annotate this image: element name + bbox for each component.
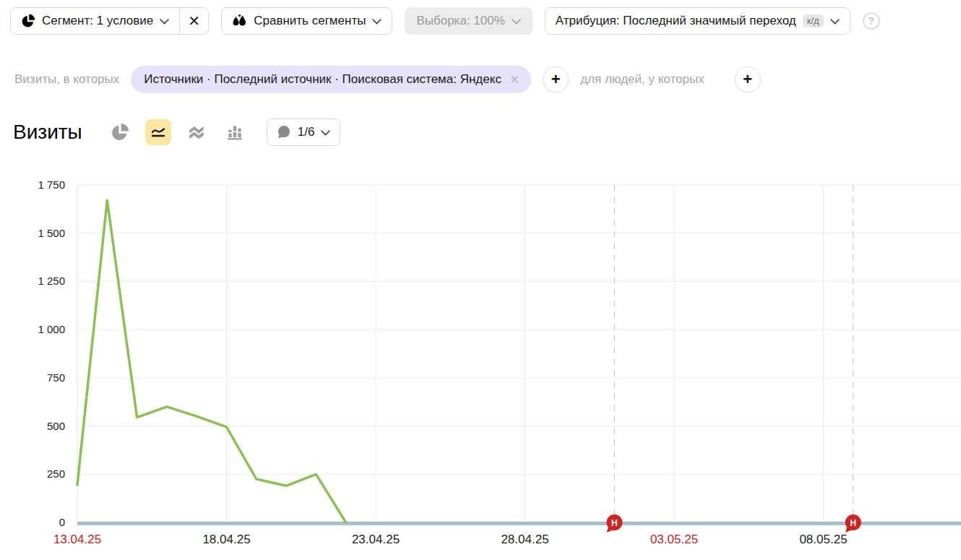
- x-axis-tick-label: 13.04.25: [53, 533, 101, 546]
- line-chart-icon: [150, 124, 167, 141]
- filter-chip-text: Источники · Последний источник · Поисков…: [144, 72, 501, 87]
- add-visit-condition-button[interactable]: +: [543, 66, 569, 92]
- annotations-count: 1/6: [298, 125, 315, 139]
- segment-button[interactable]: Сегмент: 1 условие: [11, 8, 179, 34]
- help-icon[interactable]: ?: [863, 12, 880, 30]
- page-title: Визиты: [13, 121, 82, 144]
- x-axis-tick-label: 08.05.25: [799, 533, 847, 546]
- x-axis-tick-label: 23.04.25: [352, 533, 400, 546]
- comment-bubble-icon: [277, 125, 291, 139]
- compare-segments-label: Сравнить сегменты: [254, 14, 366, 28]
- pie-chart-icon: [111, 123, 129, 142]
- holiday-marker-glyph: Н: [850, 518, 856, 528]
- visits-line-chart-svg[interactable]: 02505007501 0001 2501 5001 75013.04.2518…: [0, 173, 961, 556]
- people-condition-label: для людей, у которых: [580, 72, 704, 87]
- drops-compare-icon: [232, 14, 247, 28]
- y-axis-tick-label: 750: [47, 371, 65, 384]
- x-axis-line: [77, 522, 961, 523]
- column-chart-icon: [225, 123, 244, 142]
- segment-button-group: Сегмент: 1 условие ✕: [10, 7, 209, 35]
- x-axis-period-line: [77, 523, 961, 525]
- annotations-dropdown[interactable]: 1/6: [267, 119, 341, 146]
- sampling-label: Выборка: 100%: [416, 14, 504, 28]
- chart-type-pie-button[interactable]: [107, 119, 133, 145]
- holiday-marker-glyph: Н: [611, 518, 618, 528]
- chevron-down-icon: [512, 19, 521, 25]
- segment-button-label: Сегмент: 1 условие: [42, 14, 153, 28]
- sampling-dropdown[interactable]: Выборка: 100%: [405, 7, 532, 35]
- compare-segments-button[interactable]: Сравнить сегменты: [221, 7, 392, 35]
- chevron-down-icon: [372, 19, 382, 25]
- plus-icon: +: [743, 70, 752, 89]
- attribution-dropdown[interactable]: Атрибуция: Последний значимый переход к/…: [545, 7, 850, 35]
- filter-row: Визиты, в которых Источники · Последний …: [14, 66, 761, 93]
- segment-clear-button[interactable]: ✕: [179, 8, 208, 34]
- chevron-down-icon: [160, 19, 169, 25]
- plus-icon: +: [551, 70, 561, 89]
- segments-toolbar: Сегмент: 1 условие ✕ Сравнить сегменты В…: [10, 7, 880, 35]
- chip-close-icon[interactable]: ✕: [509, 72, 520, 87]
- add-people-condition-button[interactable]: +: [735, 66, 761, 92]
- y-axis-tick-label: 1 750: [38, 178, 65, 191]
- attribution-label: Атрибуция: Последний значимый переход: [556, 14, 796, 28]
- chevron-down-icon: [321, 130, 330, 136]
- x-axis-tick-label: 03.05.25: [650, 533, 698, 546]
- chart-type-columns-button[interactable]: [222, 119, 248, 145]
- stacked-area-icon: [187, 123, 206, 142]
- y-axis-tick-label: 1 250: [38, 275, 65, 287]
- filter-chip-source-yandex[interactable]: Источники · Последний источник · Поисков…: [131, 66, 531, 93]
- y-axis-tick-label: 500: [47, 420, 65, 432]
- y-axis-tick-label: 0: [59, 516, 65, 528]
- visits-chart[interactable]: 02505007501 0001 2501 5001 75013.04.2518…: [0, 173, 961, 556]
- x-axis-tick-label: 18.04.25: [202, 533, 250, 546]
- y-axis-tick-label: 1 000: [38, 323, 65, 335]
- y-axis-tick-label: 250: [47, 468, 65, 480]
- chart-header: Визиты 1/6: [13, 118, 340, 147]
- attribution-badge: к/д: [803, 14, 824, 27]
- close-icon: ✕: [188, 12, 200, 30]
- y-axis-tick-label: 1 500: [38, 227, 65, 239]
- chart-type-line-button[interactable]: [145, 119, 171, 145]
- chevron-down-icon: [830, 19, 840, 25]
- x-axis-tick-label: 28.04.25: [501, 533, 548, 546]
- chart-type-stacked-area-button[interactable]: [184, 119, 210, 145]
- visits-condition-label: Визиты, в которых: [14, 72, 119, 87]
- pie-chart-icon: [21, 14, 35, 28]
